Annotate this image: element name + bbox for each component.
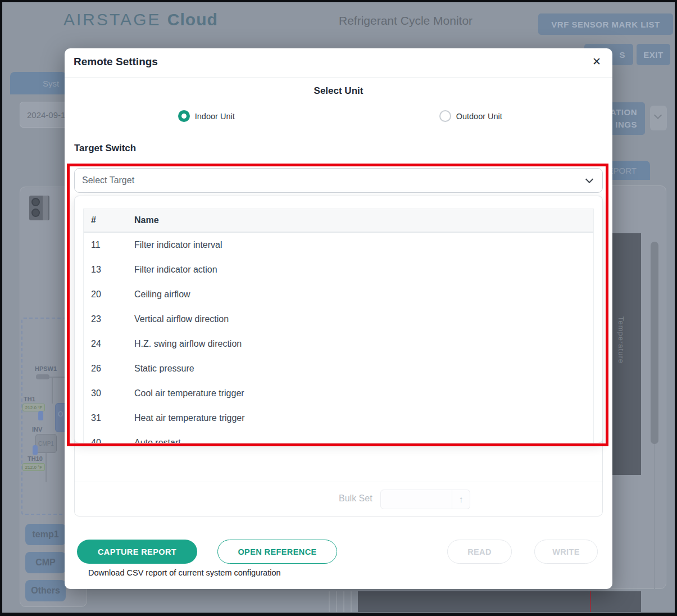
chart-gridline bbox=[329, 591, 330, 612]
csv-caption: Download CSV report of current system co… bbox=[88, 568, 281, 577]
radio-label: Outdoor Unit bbox=[456, 112, 502, 121]
legend-button-cmp[interactable]: CMP bbox=[25, 552, 66, 573]
radio-unselected-icon[interactable] bbox=[439, 110, 451, 122]
radio-label: Indoor Unit bbox=[195, 112, 235, 121]
legend-button-temp1[interactable]: temp1 bbox=[25, 524, 66, 545]
open-reference-button[interactable]: OPEN REFERENCE bbox=[217, 540, 337, 564]
annotation-highlight-rectangle bbox=[67, 164, 608, 446]
exit-button[interactable]: EXIT bbox=[637, 44, 670, 65]
target-switch-heading: Target Switch bbox=[74, 143, 136, 154]
th10-value-badge: 212.0 °F bbox=[22, 463, 45, 471]
bulk-set-apply-button[interactable]: ↑ bbox=[452, 490, 470, 509]
scrollbar-thumb[interactable] bbox=[651, 242, 658, 444]
unit-radio-option[interactable]: Outdoor Unit bbox=[339, 110, 603, 122]
th10-label: TH10 bbox=[28, 455, 43, 462]
temperature-axis-label: Temperature bbox=[617, 316, 625, 364]
chart-gridline bbox=[351, 591, 352, 612]
inv-label: INV bbox=[32, 426, 42, 433]
th1-value-badge: 212.0 °F bbox=[22, 404, 45, 411]
operation-settings-line2: INGS bbox=[615, 119, 637, 131]
th10-sensor-icon bbox=[33, 445, 38, 455]
bottom-chart-panel bbox=[358, 591, 641, 612]
th1-label: TH1 bbox=[24, 396, 35, 402]
system-tab[interactable]: Syst bbox=[10, 72, 66, 94]
read-button[interactable]: READ bbox=[447, 540, 512, 564]
cmp1-box: CMP1 bbox=[35, 434, 57, 453]
header-divider bbox=[65, 77, 612, 78]
logo-cloud: Cloud bbox=[167, 10, 218, 29]
page-title: Refrigerant Cycle Monitor bbox=[339, 14, 472, 28]
close-icon[interactable]: ✕ bbox=[592, 55, 601, 68]
bulk-set-label: Bulk Set bbox=[339, 493, 372, 504]
radio-selected-icon[interactable] bbox=[178, 110, 190, 122]
legend-button-others[interactable]: Others bbox=[25, 580, 66, 601]
chart-gridline bbox=[336, 591, 337, 612]
unit-radio-group: Indoor UnitOutdoor Unit bbox=[74, 110, 603, 122]
unit-radio-option[interactable]: Indoor Unit bbox=[74, 110, 339, 122]
th1-sensor-icon bbox=[38, 411, 43, 420]
bulk-set-footer: Bulk Set ↑ bbox=[75, 482, 602, 516]
operation-settings-line1: ATION bbox=[610, 106, 637, 119]
screen: AIRSTAGE Cloud Refrigerant Cycle Monitor… bbox=[0, 0, 677, 616]
logo-airstage: AIRSTAGE bbox=[63, 10, 161, 29]
vrf-sensor-mark-list-button[interactable]: VRF SENSOR MARK LIST bbox=[538, 13, 673, 35]
outdoor-unit-icon bbox=[29, 196, 49, 220]
dropdown-chevron-box[interactable] bbox=[650, 106, 667, 130]
airstage-cloud-logo: AIRSTAGE Cloud bbox=[63, 10, 218, 29]
bulk-set-input[interactable] bbox=[380, 490, 452, 509]
chart-gridline bbox=[343, 591, 344, 612]
modal-title: Remote Settings bbox=[74, 56, 158, 68]
hpsw1-label: HPSW1 bbox=[35, 365, 57, 372]
hpsw1-switch-icon bbox=[36, 374, 49, 379]
chart-cursor-line bbox=[590, 591, 591, 612]
capture-report-button[interactable]: CAPTURE REPORT bbox=[77, 540, 197, 564]
write-button[interactable]: WRITE bbox=[534, 540, 598, 564]
connector-line bbox=[46, 453, 47, 482]
scrollbar-track bbox=[654, 444, 655, 589]
connector-line bbox=[52, 378, 53, 404]
select-unit-heading: Select Unit bbox=[65, 85, 612, 97]
